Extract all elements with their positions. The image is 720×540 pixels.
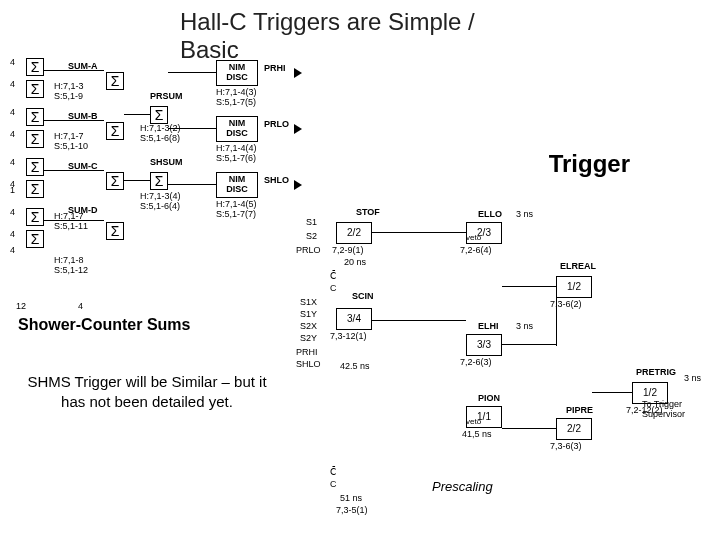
gate-elhi: 3/3 bbox=[466, 334, 502, 356]
gate-3-4: 3/4 bbox=[336, 308, 372, 330]
nim2-detail: H:7,1-4(4) S:5,1-7(6) bbox=[216, 144, 257, 164]
shower-heading: Shower-Counter Sums bbox=[18, 316, 190, 334]
elhi-sub: 7,2-6(3) bbox=[460, 358, 492, 368]
page-title: Hall-C Triggers are Simple / Basic bbox=[180, 8, 540, 64]
sigma-icon: Σ bbox=[26, 230, 44, 248]
count-label: 4 bbox=[10, 58, 15, 68]
nim-disc-2: NIM DISC bbox=[216, 116, 258, 142]
delay-42-5: 42.5 ns bbox=[340, 362, 370, 372]
trigger-heading: Trigger bbox=[549, 150, 630, 178]
shlo-in: SHLO bbox=[296, 360, 321, 370]
nim-disc-3: NIM DISC bbox=[216, 172, 258, 198]
s1-label: S1 bbox=[306, 218, 317, 228]
wire bbox=[502, 428, 556, 429]
sigma-icon: Σ bbox=[26, 58, 44, 76]
sigma-icon: Σ bbox=[26, 108, 44, 126]
s2x: S2X bbox=[300, 322, 317, 332]
gate-pipre: 2/2 bbox=[556, 418, 592, 440]
delay-20ns: 20 ns bbox=[344, 258, 366, 268]
prhi-in: PRHI bbox=[296, 348, 318, 358]
wire bbox=[44, 120, 104, 121]
pretrig-label: PRETRIG bbox=[636, 368, 676, 378]
sigma-icon: Σ bbox=[150, 172, 168, 190]
count-label: 4 bbox=[10, 208, 15, 218]
sigma-icon: Σ bbox=[26, 130, 44, 148]
wire bbox=[372, 232, 466, 233]
elreal-label: ELREAL bbox=[560, 262, 596, 272]
count-label: 12 bbox=[16, 302, 26, 312]
s2y: S2Y bbox=[300, 334, 317, 344]
c2: C bbox=[330, 480, 337, 490]
pipre-label: PIPRE bbox=[566, 406, 593, 416]
c: C bbox=[330, 284, 337, 294]
wire bbox=[168, 184, 216, 185]
prsum-label: PRSUM bbox=[150, 92, 183, 102]
sum-d: SUM-D bbox=[68, 206, 98, 216]
nim-disc-1: NIM DISC bbox=[216, 60, 258, 86]
arrow-icon bbox=[294, 68, 302, 78]
nim1-detail: H:7,1-4(3) S:5,1-7(5) bbox=[216, 88, 257, 108]
prlo-label: PRLO bbox=[264, 120, 289, 130]
sum-b-detail: H:7,1-7 S:5,1-10 bbox=[54, 132, 88, 152]
wire bbox=[372, 320, 466, 321]
ello-delay: 3 ns bbox=[516, 210, 533, 220]
wire bbox=[44, 70, 104, 71]
shlo-label: SHLO bbox=[264, 176, 289, 186]
sum-a-detail: H:7,1-3 S:5,1-9 bbox=[54, 82, 84, 102]
shms-note: SHMS Trigger will be Similar – but it ha… bbox=[22, 372, 272, 411]
prsum-detail: H:7,1-3(2) S:5,1-6(8) bbox=[140, 124, 181, 144]
wire bbox=[168, 128, 216, 129]
sigma-icon: Σ bbox=[26, 80, 44, 98]
elreal-sub: 7,3-6(2) bbox=[550, 300, 582, 310]
stof-label: STOF bbox=[356, 208, 380, 218]
sigma-icon: Σ bbox=[26, 180, 44, 198]
ello-label: ELLO bbox=[478, 210, 502, 220]
sigma-icon: Σ bbox=[106, 122, 124, 140]
shsum-detail: H:7,1-3(4) S:5,1-6(4) bbox=[140, 192, 181, 212]
wire bbox=[44, 220, 104, 221]
sigma-icon: Σ bbox=[106, 222, 124, 240]
s2-label: S2 bbox=[306, 232, 317, 242]
bottom-sub: 7,3-5(1) bbox=[336, 506, 368, 516]
prlo-in: PRLO bbox=[296, 246, 321, 256]
sigma-icon: Σ bbox=[26, 158, 44, 176]
pion-sub: 41,5 ns bbox=[462, 430, 492, 440]
scin-label: SCIN bbox=[352, 292, 374, 302]
count-label: 4 bbox=[10, 230, 15, 240]
sigma-icon: Σ bbox=[106, 72, 124, 90]
gate-3-4-detail: 7,3-12(1) bbox=[330, 332, 367, 342]
pretrig-delay: 3 ns bbox=[684, 374, 701, 384]
count-label: 4 bbox=[10, 108, 15, 118]
sigma-icon: Σ bbox=[106, 172, 124, 190]
wire bbox=[44, 170, 104, 171]
elhi-delay: 3 ns bbox=[516, 322, 533, 332]
gate-2-2: 2/2 bbox=[336, 222, 372, 244]
wire bbox=[592, 392, 632, 393]
pion-veto: veto bbox=[466, 418, 481, 427]
prhi-label: PRHI bbox=[264, 64, 286, 74]
count-label: 4 bbox=[78, 302, 83, 312]
wire bbox=[124, 180, 150, 181]
ello-sub: 7,2-6(4) bbox=[460, 246, 492, 256]
count-label: 1 bbox=[10, 186, 15, 196]
cbar2: C̄ bbox=[330, 468, 336, 478]
s1x: S1X bbox=[300, 298, 317, 308]
count-label: 4 bbox=[10, 80, 15, 90]
sigma-icon: Σ bbox=[26, 208, 44, 226]
count-label: 4 bbox=[10, 158, 15, 168]
gate-2-2-detail: 7,2-9(1) bbox=[332, 246, 364, 256]
sigma-icon: Σ bbox=[150, 106, 168, 124]
delay-51: 51 ns bbox=[340, 494, 362, 504]
wire bbox=[124, 114, 150, 115]
elhi-label: ELHI bbox=[478, 322, 499, 332]
gate-elreal: 1/2 bbox=[556, 276, 592, 298]
pion-label: PION bbox=[478, 394, 500, 404]
pipre-sub: 7,3-6(3) bbox=[550, 442, 582, 452]
wire bbox=[168, 72, 216, 73]
arrow-icon bbox=[294, 124, 302, 134]
arrow-icon bbox=[294, 180, 302, 190]
wire bbox=[502, 344, 556, 345]
sum-d-detail: H:7,1-8 S:5,1-12 bbox=[54, 256, 88, 276]
prescaling-label: Prescaling bbox=[432, 480, 493, 494]
count-label: 4 bbox=[10, 130, 15, 140]
